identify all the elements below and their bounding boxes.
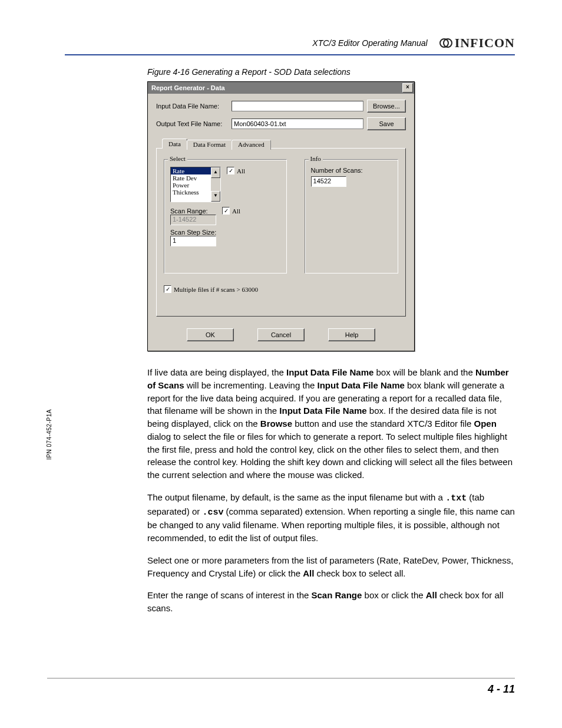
scroll-down-icon[interactable]: ▼: [211, 191, 220, 202]
tab-data-format[interactable]: Data Format: [187, 140, 232, 150]
save-button[interactable]: Save: [367, 117, 406, 130]
info-groupbox: Info Number of Scans: 14522: [305, 159, 398, 274]
scroll-up-icon[interactable]: ▲: [211, 167, 220, 178]
body-paragraph: Select one or more parameters from the l…: [147, 554, 518, 580]
body-paragraph: Enter the range of scans of interest in …: [147, 589, 518, 615]
scan-step-label: Scan Step Size:: [170, 229, 280, 236]
brand-logo: INFICON: [439, 35, 515, 51]
tab-data[interactable]: Data: [162, 139, 187, 149]
close-icon[interactable]: ×: [402, 83, 413, 93]
browse-button[interactable]: Browse...: [367, 100, 406, 113]
scan-range-field[interactable]: 1-14522: [170, 215, 216, 225]
body-paragraph: The output filename, by default, is the …: [147, 491, 518, 545]
scan-step-field[interactable]: 1: [170, 236, 216, 246]
cancel-button[interactable]: Cancel: [257, 328, 305, 341]
dialog-titlebar[interactable]: Report Generator - Data ×: [148, 82, 414, 94]
scan-range-all-checkbox[interactable]: ✓ All: [222, 207, 240, 215]
report-generator-dialog: Report Generator - Data × Input Data Fil…: [147, 81, 415, 351]
page-number: 4 - 11: [488, 683, 515, 695]
side-ipn: IPN 074-452-P1A: [46, 409, 52, 460]
checkbox-icon[interactable]: ✓: [227, 167, 234, 174]
output-file-label: Output Text File Name:: [156, 120, 228, 127]
multiple-files-checkbox[interactable]: ✓ Multiple files if # scans > 63000: [164, 285, 258, 293]
checkbox-icon[interactable]: ✓: [164, 285, 171, 293]
body-paragraph: If live data are being displayed, the In…: [147, 366, 518, 482]
select-all-checkbox[interactable]: ✓ All: [227, 167, 245, 174]
page-header: XTC/3 Editor Operating Manual INFICON: [65, 35, 515, 55]
checkbox-icon[interactable]: ✓: [222, 207, 230, 215]
tab-advanced[interactable]: Advanced: [232, 140, 271, 150]
number-scans-value: 14522: [311, 176, 346, 187]
scan-range-label: Scan Range:: [170, 207, 216, 215]
number-scans-label: Number of Scans:: [311, 167, 392, 174]
output-file-field[interactable]: [232, 118, 363, 129]
page-footer: 4 - 11: [47, 678, 515, 696]
input-file-label: Input Data File Name:: [156, 103, 228, 110]
input-file-field[interactable]: [232, 101, 363, 111]
ok-button[interactable]: OK: [187, 328, 234, 341]
dialog-title: Report Generator - Data: [151, 84, 225, 91]
manual-title: XTC/3 Editor Operating Manual: [312, 38, 427, 48]
select-groupbox: Select Rate Rate Dev Power Thickness ▲: [164, 159, 287, 274]
parameter-list[interactable]: Rate Rate Dev Power Thickness ▲ ▼: [170, 167, 221, 202]
logo-icon: [439, 37, 452, 50]
help-button[interactable]: Help: [328, 328, 375, 341]
info-legend: Info: [309, 155, 323, 162]
figure-caption: Figure 4-16 Generating a Report - SOD Da…: [147, 67, 515, 77]
select-legend: Select: [168, 155, 187, 162]
